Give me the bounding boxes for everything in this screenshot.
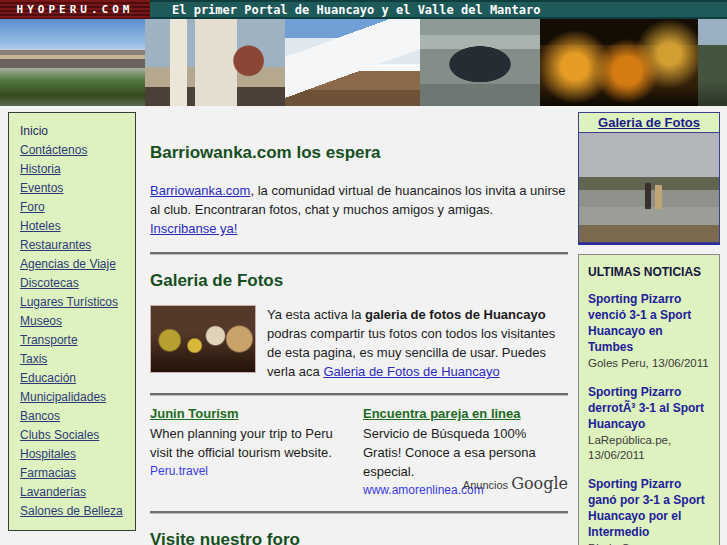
section-title-foro: Visite nuestro foro xyxy=(150,530,568,545)
divider xyxy=(150,252,568,255)
nav-item-restaurantes[interactable]: Restaurantes xyxy=(20,236,135,255)
nav-item-discotecas[interactable]: Discotecas xyxy=(20,274,135,293)
nav-item-farmacias[interactable]: Farmacias xyxy=(20,464,135,483)
ad-title-junin-tourism[interactable]: Junin Tourism xyxy=(150,406,355,421)
banner-photo-monument xyxy=(420,19,540,106)
banner-photo-snow-mountain xyxy=(285,19,420,106)
galeria-huancayo-link[interactable]: Galeria de Fotos de Huancayo xyxy=(323,364,499,379)
news-item: Sporting Pizarro venció 3-1 a Sport Huan… xyxy=(588,291,710,371)
left-navigation: Inicio Contáctenos Historia Eventos Foro… xyxy=(8,112,136,531)
nav-item-foro[interactable]: Foro xyxy=(20,198,135,217)
ad-junin-tourism: Junin Tourism When planning your trip to… xyxy=(150,406,355,497)
nav-item-historia[interactable]: Historia xyxy=(20,160,135,179)
news-source: LaRepública.pe, 13/06/2011 xyxy=(588,433,710,463)
google-logo: Google xyxy=(511,474,568,493)
anuncios-google-attribution[interactable]: Anuncios Google xyxy=(463,474,568,493)
top-header-bar: HYOPERU.COM El primer Portal de Huancayo… xyxy=(0,0,727,19)
right-sidebar: Galeria de Fotos ULTIMAS NOTICIAS Sporti… xyxy=(578,112,720,545)
banner-photo-night-city xyxy=(540,19,698,106)
nav-item-hoteles[interactable]: Hoteles xyxy=(20,217,135,236)
news-headline[interactable]: Sporting Pizarro ganó por 3-1 a Sport Hu… xyxy=(588,476,710,540)
main-column: Barriowanka.com los espera Barriowanka.c… xyxy=(150,106,568,545)
nav-item-hospitales[interactable]: Hospitales xyxy=(20,445,135,464)
news-source: Diario Correo, 13/06/2011 xyxy=(588,541,710,545)
galeria-text-bold: galeria de fotos de Huancayo xyxy=(365,307,546,322)
nav-item-municipalidades[interactable]: Municipalidades xyxy=(20,388,135,407)
ad-url-peru-travel[interactable]: Peru.travel xyxy=(150,464,355,478)
news-source: Goles Peru, 13/06/2011 xyxy=(588,356,710,371)
nav-item-contactenos[interactable]: Contáctenos xyxy=(20,141,135,160)
galeria-box-title-link[interactable]: Galeria de Fotos xyxy=(579,113,719,132)
photo-banner xyxy=(0,19,727,106)
divider xyxy=(150,511,568,514)
noticias-title: ULTIMAS NOTICIAS xyxy=(588,265,710,279)
section-barriowanka: Barriowanka.com los espera Barriowanka.c… xyxy=(150,143,568,238)
galeria-text-before: Ya esta activa la xyxy=(267,307,365,322)
section-title-galeria: Galeria de Fotos xyxy=(150,271,568,291)
google-ads-block: Junin Tourism When planning your trip to… xyxy=(150,402,568,499)
banner-photo-city-plaza xyxy=(0,19,145,106)
section-title-barriowanka: Barriowanka.com los espera xyxy=(150,143,568,163)
nav-item-taxis[interactable]: Taxis xyxy=(20,350,135,369)
banner-photo-edge xyxy=(698,19,727,106)
ad-title-pareja[interactable]: Encuentra pareja en linea xyxy=(363,406,568,421)
nav-item-museos[interactable]: Museos xyxy=(20,312,135,331)
nav-item-lugares-turisticos[interactable]: Lugares Turísticos xyxy=(20,293,135,312)
galeria-box-underline xyxy=(578,243,720,245)
ad-body-pareja: Servicio de Búsqueda 100% Gratis! Conoce… xyxy=(363,426,536,479)
inscribanse-link[interactable]: Inscribanse ya! xyxy=(150,221,237,236)
section-foro: Visite nuestro foro Listas de Discusión … xyxy=(150,530,568,545)
nav-item-educacion[interactable]: Educación xyxy=(20,369,135,388)
divider xyxy=(150,393,568,396)
news-item: Sporting Pizarro derrotÃ³ 3-1 al Sport H… xyxy=(588,384,710,463)
nav-item-eventos[interactable]: Eventos xyxy=(20,179,135,198)
ad-body-junin-tourism: When planning your trip to Peru visit th… xyxy=(150,426,333,460)
nav-item-transporte[interactable]: Transporte xyxy=(20,331,135,350)
site-logo[interactable]: HYOPERU.COM xyxy=(0,0,150,19)
nav-item-agencias-de-viaje[interactable]: Agencias de Viaje xyxy=(20,255,135,274)
news-item: Sporting Pizarro ganó por 3-1 a Sport Hu… xyxy=(588,476,710,545)
nav-item-bancos[interactable]: Bancos xyxy=(20,407,135,426)
galeria-lake-photo[interactable] xyxy=(579,132,719,242)
galeria-de-fotos-box: Galeria de Fotos xyxy=(578,112,720,243)
news-headline[interactable]: Sporting Pizarro venció 3-1 a Sport Huan… xyxy=(588,291,710,355)
nav-item-salones-de-belleza[interactable]: Salones de Belleza xyxy=(20,502,135,521)
banner-photo-cathedral xyxy=(145,19,285,106)
barriowanka-text: Barriowanka.com, la comunidad virtual de… xyxy=(150,181,568,238)
anuncios-label: Anuncios xyxy=(463,479,511,491)
nav-item-inicio[interactable]: Inicio xyxy=(20,122,135,141)
galeria-party-photo xyxy=(150,305,256,373)
section-galeria: Galeria de Fotos Ya esta activa la galer… xyxy=(150,271,568,381)
news-headline[interactable]: Sporting Pizarro derrotÃ³ 3-1 al Sport H… xyxy=(588,384,710,432)
content-area: Inicio Contáctenos Historia Eventos Foro… xyxy=(0,106,727,545)
nav-item-lavanderias[interactable]: Lavanderías xyxy=(20,483,135,502)
nav-item-clubs-sociales[interactable]: Clubs Sociales xyxy=(20,426,135,445)
barriowanka-link[interactable]: Barriowanka.com xyxy=(150,183,250,198)
site-tagline: El primer Portal de Huancayo y el Valle … xyxy=(150,0,727,19)
ultimas-noticias-box: ULTIMAS NOTICIAS Sporting Pizarro venció… xyxy=(578,254,720,545)
